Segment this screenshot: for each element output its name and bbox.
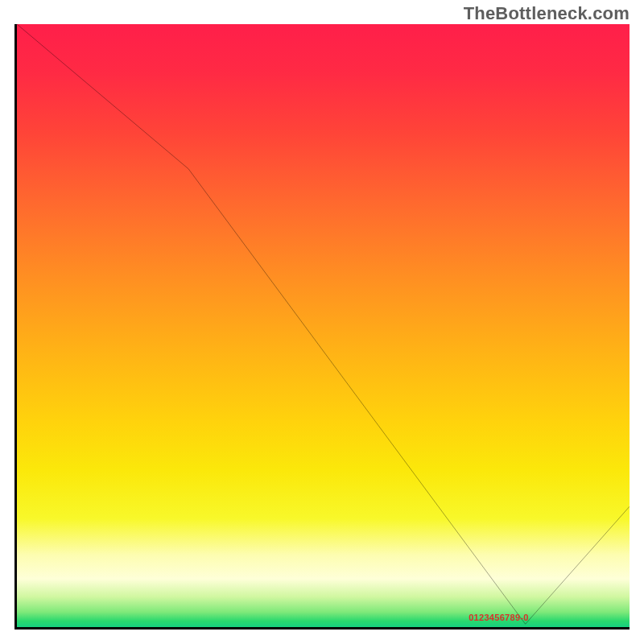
watermark-text: TheBottleneck.com: [464, 3, 630, 24]
plot-area: 0123456789-0: [14, 24, 630, 630]
chart-container: TheBottleneck.com 0123456789-0: [0, 0, 644, 644]
chart-line: [17, 24, 630, 624]
line-chart-svg: [17, 24, 630, 627]
bottom-annotation: 0123456789-0: [469, 613, 529, 622]
